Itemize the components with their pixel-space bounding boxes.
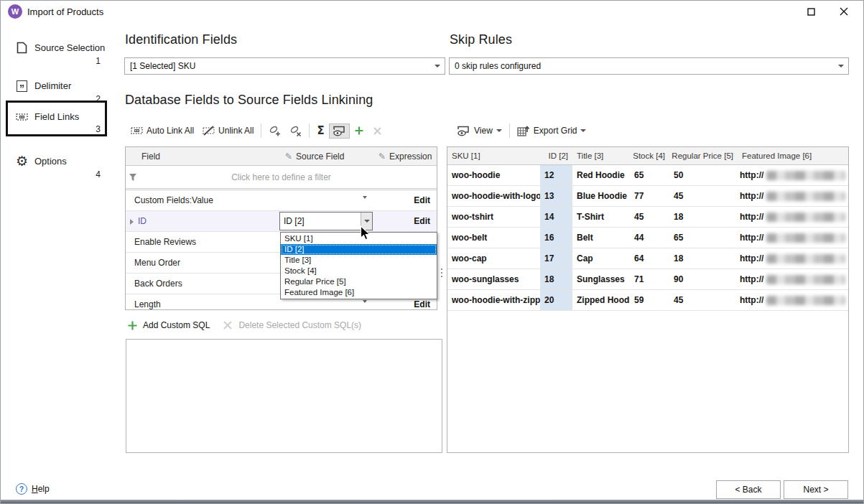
table-row[interactable]: woo-hoodie-with-logo13Blue Hoodie7745htt… (447, 186, 848, 207)
table-row[interactable]: woo-hoodie-with-zipper20Zipped Hoodie594… (447, 290, 848, 311)
table-cell: http:// (738, 269, 848, 289)
help-link[interactable]: ? Help (16, 483, 50, 495)
edit-expression-button[interactable]: Edit (414, 216, 430, 226)
add-link-button[interactable] (264, 123, 285, 139)
table-cell: 45 (669, 186, 738, 206)
table-row[interactable]: woo-tshirt14T-Shirt4518http:// (447, 207, 848, 228)
dropdown-option[interactable]: ID [2] (281, 244, 437, 255)
filter-row[interactable]: Click here to define a filter (126, 166, 437, 190)
chevron-down-icon[interactable] (363, 303, 367, 310)
chevron-down-icon (364, 220, 370, 223)
skip-rules-dropdown[interactable]: 0 skip rules configured (449, 57, 849, 75)
splitter-grip-icon (441, 269, 442, 277)
table-cell: 17 (540, 248, 572, 269)
delete-field-button-disabled[interactable] (368, 124, 386, 138)
redacted-url-blur (766, 296, 845, 305)
table-cell: 18 (540, 269, 572, 289)
url-prefix: http:// (740, 274, 763, 284)
expression-sigma-button[interactable]: Σ (312, 122, 328, 139)
column-header[interactable]: Title [3] (572, 147, 630, 164)
dropdown-option[interactable]: Title [3] (281, 255, 437, 266)
column-header[interactable]: ID [2] (540, 147, 572, 164)
sidebar-item-field-links[interactable]: Field Links 3 (6, 101, 107, 136)
field-row-custom-fields-value[interactable]: Custom Fields:Value Edit (126, 190, 437, 211)
add-field-button[interactable] (350, 123, 368, 138)
dropdown-option[interactable]: SKU [1] (281, 233, 437, 244)
dropdown-option[interactable]: Stock [4] (281, 266, 437, 276)
column-header[interactable]: Regular Price [5] (669, 147, 738, 164)
skip-rules-value: 0 skip rules configured (450, 61, 834, 71)
table-row[interactable]: woo-hoodie12Red Hoodie6550http:// (447, 165, 848, 186)
gear-glyph: ⚙ (16, 155, 28, 167)
mouse-cursor (360, 225, 373, 244)
table-row[interactable]: woo-belt16Belt4465http:// (447, 228, 848, 248)
redacted-url-blur (766, 275, 845, 284)
remove-link-button[interactable] (285, 123, 306, 139)
field-name: Enable Reviews (126, 237, 196, 247)
linking-toolbar: Auto Link All Unlink All Σ (126, 121, 386, 141)
edit-expression-button[interactable]: Edit (414, 195, 430, 205)
table-cell: 90 (669, 269, 738, 289)
delete-custom-sql-button-disabled[interactable]: Delete Selected Custom SQL(s) (238, 320, 361, 330)
sidebar-item-options[interactable]: ⚙ Options 4 (6, 146, 107, 182)
step-number: 3 (96, 124, 101, 134)
export-grid-button[interactable]: Export Grid (513, 123, 591, 139)
custom-sql-editor[interactable] (126, 339, 442, 453)
auto-link-all-button[interactable]: Auto Link All (126, 123, 198, 138)
table-cell: 18 (669, 207, 738, 227)
table-cell: 71 (630, 269, 669, 289)
column-header-field[interactable]: Field (141, 151, 160, 162)
filter-prompt: Click here to define a filter (231, 172, 331, 182)
view-menu-button[interactable]: View (452, 123, 506, 139)
source-field-combo[interactable]: ID [2] (279, 212, 373, 230)
field-row-id-selected[interactable]: ID ID [2] Edit (126, 211, 437, 232)
table-cell: 16 (540, 228, 572, 248)
export-grid-label: Export Grid (534, 126, 577, 136)
field-links-grid-header: Field ✎ Source Field ✎ Expression (126, 147, 437, 166)
document-icon (16, 42, 28, 54)
help-icon: ? (16, 483, 27, 495)
table-cell: 65 (630, 165, 669, 185)
toolbar-separator (509, 123, 510, 138)
column-header-expression[interactable]: ✎ Expression (378, 151, 432, 162)
unlink-all-button[interactable]: Unlink All (198, 123, 258, 138)
redacted-url-blur (766, 254, 845, 263)
view-label: View (474, 126, 493, 136)
field-name: Length (126, 299, 161, 309)
step-number: 1 (96, 56, 101, 66)
column-header[interactable]: SKU [1] (447, 147, 540, 164)
maximize-icon (807, 8, 815, 16)
chevron-down-icon[interactable] (363, 199, 367, 209)
edit-expression-button[interactable]: Edit (414, 299, 430, 309)
table-cell: http:// (738, 290, 848, 310)
table-cell: woo-hoodie-with-zipper (447, 290, 540, 310)
maximize-button[interactable] (795, 1, 827, 22)
redacted-url-blur (766, 233, 845, 243)
column-header[interactable]: Featured Image [6] (738, 147, 848, 164)
next-button[interactable]: Next > (784, 480, 848, 499)
url-prefix: http:// (740, 233, 763, 243)
sidebar-item-source-selection[interactable]: Source Selection 1 (6, 32, 107, 68)
table-row[interactable]: woo-sunglasses18Sunglasses7190http:// (447, 269, 848, 290)
import-products-window: W Import of Products Source Selection 1 … (0, 0, 864, 504)
preview-toggle-button[interactable] (329, 123, 350, 139)
column-header[interactable]: Stock [4] (630, 147, 669, 164)
dropdown-option[interactable]: Regular Price [5] (281, 276, 437, 287)
table-cell: woo-sunglasses (447, 269, 540, 289)
add-custom-sql-button[interactable]: Add Custom SQL (143, 320, 210, 330)
table-row[interactable]: woo-cap17Cap6418http:// (447, 248, 848, 269)
dropdown-option[interactable]: Featured Image [6] (281, 287, 437, 298)
table-cell: http:// (738, 186, 848, 206)
table-cell: 59 (630, 290, 669, 310)
table-cell: 20 (540, 290, 572, 310)
column-header-source-field[interactable]: ✎ Source Field (285, 151, 344, 162)
plus-icon (354, 126, 364, 136)
url-prefix: http:// (740, 170, 763, 180)
field-name: Back Orders (126, 279, 182, 289)
redacted-url-blur (766, 171, 845, 180)
close-button[interactable] (828, 1, 860, 22)
identification-fields-dropdown[interactable]: [1 Selected] SKU (124, 57, 445, 75)
row-focus-arrow-icon (130, 219, 134, 225)
caret-down-icon (496, 129, 502, 132)
back-button[interactable]: < Back (716, 480, 781, 499)
